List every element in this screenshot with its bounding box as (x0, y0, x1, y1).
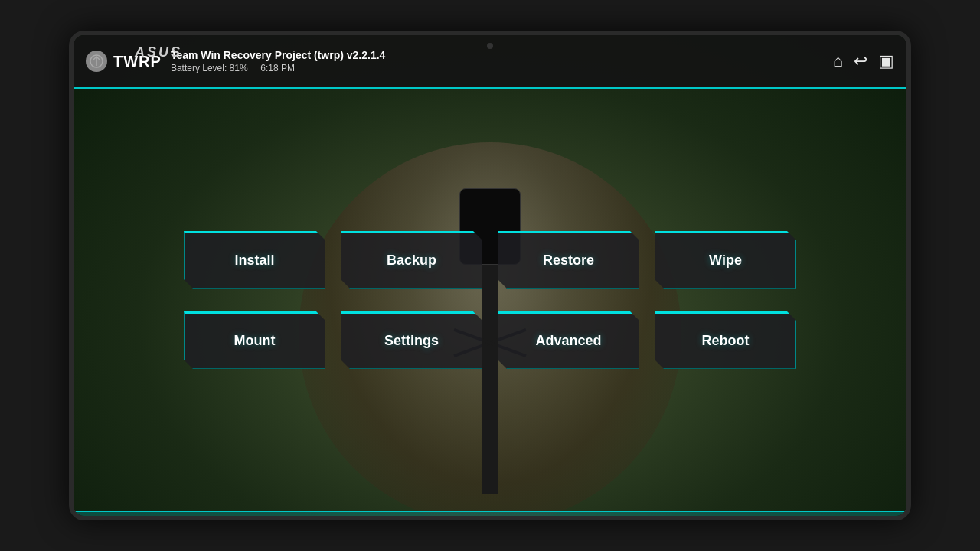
header-nav-icons: ⌂ ↩ ▣ (833, 51, 894, 71)
recent-apps-icon[interactable]: ▣ (878, 51, 894, 71)
header-info: Team Win Recovery Project (twrp) v2.2.1.… (171, 49, 386, 73)
wipe-button[interactable]: Wipe (655, 231, 796, 289)
header-left: TWRP Team Win Recovery Project (twrp) v2… (86, 49, 385, 73)
tablet-frame: ASUS TWRP Team Win Recovery Pr (69, 31, 911, 520)
asus-logo: ASUS (135, 44, 182, 60)
advanced-button[interactable]: Advanced (498, 311, 639, 369)
install-button[interactable]: Install (184, 231, 325, 289)
reboot-button[interactable]: Reboot (655, 311, 796, 369)
battery-label: Battery Level: 81% (171, 63, 248, 73)
header-title: Team Win Recovery Project (twrp) v2.2.1.… (171, 49, 386, 61)
twrp-icon (86, 51, 107, 72)
button-row-2: Mount Settings Advanced Reboot (104, 311, 876, 369)
back-icon[interactable]: ↩ (854, 51, 867, 71)
button-row-1: Install Backup Restore Wipe (104, 231, 876, 289)
time-display: 6:18 PM (260, 63, 295, 73)
home-icon[interactable]: ⌂ (833, 51, 843, 71)
restore-button[interactable]: Restore (498, 231, 639, 289)
status-bar (74, 511, 906, 516)
header-sub: Battery Level: 81% 6:18 PM (171, 63, 386, 73)
camera-dot (487, 43, 493, 49)
twrp-interface: TWRP Team Win Recovery Project (twrp) v2… (74, 35, 906, 516)
settings-button[interactable]: Settings (341, 311, 482, 369)
backup-button[interactable]: Backup (341, 231, 482, 289)
mount-button[interactable]: Mount (184, 311, 325, 369)
main-content: Install Backup Restore Wipe Mount Settin… (74, 89, 906, 511)
